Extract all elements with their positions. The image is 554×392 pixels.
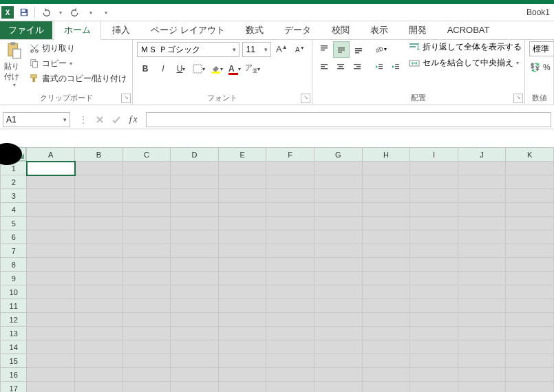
cell[interactable] [362,258,410,272]
cell[interactable] [27,203,75,217]
cell[interactable] [410,354,458,368]
cell[interactable] [506,285,554,299]
cell[interactable] [218,162,266,175]
row-header[interactable]: 13 [1,327,27,340]
cell[interactable] [218,244,266,258]
align-middle-button[interactable] [333,41,350,58]
column-header[interactable]: A [27,148,75,162]
cell[interactable] [315,230,363,244]
cell[interactable] [362,189,410,203]
wrap-text-button[interactable]: 折り返して全体を表示する [409,41,522,53]
cell[interactable] [171,368,219,382]
cell[interactable] [122,162,171,175]
cell[interactable] [458,327,506,340]
increase-font-button[interactable]: A▲ [274,41,289,58]
cell[interactable] [122,203,171,217]
column-header[interactable]: E [218,148,266,162]
cell[interactable] [458,244,506,258]
percent-format-button[interactable]: % [542,59,551,76]
cell[interactable] [122,189,171,203]
cell[interactable] [75,258,123,272]
cell[interactable] [266,327,315,340]
cell[interactable] [266,299,315,313]
cell[interactable] [218,285,266,299]
cell[interactable] [362,162,410,175]
redo-dropdown[interactable]: ▾ [83,5,98,20]
cell[interactable] [315,203,363,217]
cell[interactable] [458,340,506,354]
enter-formula-button[interactable] [109,112,124,127]
cell[interactable] [458,354,506,368]
cell[interactable] [75,313,123,327]
cell[interactable] [171,382,219,393]
cell[interactable] [171,217,219,230]
cell[interactable] [266,203,315,217]
cell[interactable] [315,313,363,327]
cell[interactable] [266,175,315,189]
cell[interactable] [218,354,266,368]
cell[interactable] [410,189,458,203]
underline-button[interactable]: U▾ [173,61,189,77]
increase-indent-button[interactable] [388,59,403,74]
column-header[interactable]: G [315,148,363,162]
cell[interactable] [122,340,171,354]
merge-center-button[interactable]: セルを結合して中央揃え ▾ [409,57,522,69]
cell[interactable] [458,258,506,272]
cell[interactable] [315,217,363,230]
cell[interactable] [218,203,266,217]
cell[interactable] [122,217,171,230]
cell[interactable] [362,272,410,285]
cell[interactable] [27,189,75,203]
insert-function-button[interactable]: ƒx [125,112,140,127]
cell[interactable] [315,272,363,285]
cell[interactable] [171,230,219,244]
cell[interactable] [75,175,123,189]
align-left-button[interactable] [317,59,332,74]
cell[interactable] [218,340,266,354]
border-button[interactable]: ▾ [191,61,207,77]
column-header[interactable]: H [362,148,410,162]
cell[interactable] [218,230,266,244]
row-header[interactable]: 15 [1,354,27,368]
cell[interactable] [266,354,315,368]
cell[interactable] [362,203,410,217]
cell[interactable] [75,230,123,244]
cell[interactable] [171,244,219,258]
cell[interactable] [315,244,363,258]
tab-insert[interactable]: 挿入 [103,21,140,39]
number-format-combo[interactable]: 標準 [529,41,554,56]
name-box[interactable]: A1 ▾ [3,112,70,127]
cell[interactable] [458,382,506,393]
cell[interactable] [122,299,171,313]
column-header[interactable]: F [266,148,315,162]
cell[interactable] [218,368,266,382]
row-header[interactable]: 9 [1,272,27,285]
cell[interactable] [27,217,75,230]
cell[interactable] [315,189,363,203]
cell[interactable] [506,382,554,393]
cell[interactable] [75,340,123,354]
cell[interactable] [506,340,554,354]
cell[interactable] [362,313,410,327]
column-header[interactable]: J [458,148,506,162]
cell[interactable] [27,230,75,244]
cell[interactable] [410,327,458,340]
cell[interactable] [315,299,363,313]
cell[interactable] [458,313,506,327]
cell[interactable] [27,327,75,340]
cell[interactable] [171,313,219,327]
cell[interactable] [362,244,410,258]
cell[interactable] [122,175,171,189]
bold-button[interactable]: B [137,61,153,77]
cell[interactable] [362,217,410,230]
cell[interactable] [362,299,410,313]
tab-file[interactable]: ファイル [0,21,52,39]
cell[interactable] [410,299,458,313]
cell[interactable] [315,162,363,175]
font-name-combo[interactable]: ＭＳ Ｐゴシック ▾ [137,42,239,57]
cell[interactable] [362,354,410,368]
cell[interactable] [506,175,554,189]
cell[interactable] [266,272,315,285]
cell[interactable] [218,189,266,203]
cell[interactable] [315,382,363,393]
